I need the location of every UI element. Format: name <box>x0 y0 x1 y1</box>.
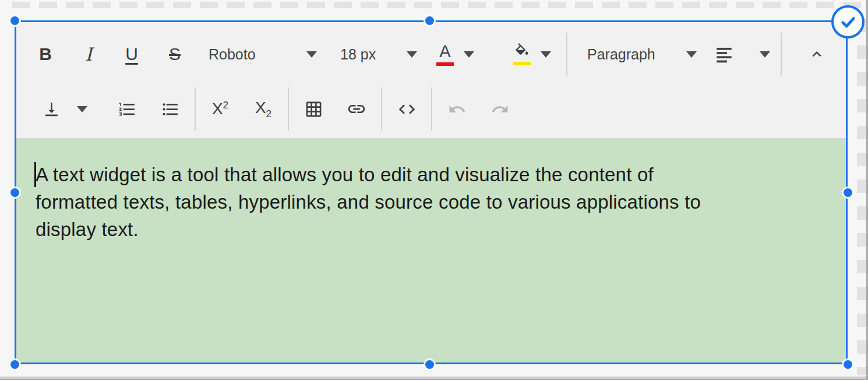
subscript-icon: X2 <box>255 100 271 119</box>
strikethrough-icon: S <box>169 45 181 63</box>
text-line: formatted texts, tables, hyperlinks, and… <box>36 188 834 216</box>
selection-handle-top-left[interactable] <box>10 16 19 25</box>
text-color-icon: A <box>439 43 450 60</box>
insert-group <box>299 90 371 128</box>
confirm-button[interactable] <box>831 5 865 38</box>
insert-link-button[interactable] <box>343 90 371 128</box>
bulleted-list-button[interactable] <box>156 90 184 128</box>
paragraph-style-dropdown[interactable]: Paragraph <box>587 36 697 73</box>
font-size-dropdown[interactable]: 18 px <box>340 36 417 73</box>
text-color-split-button: A <box>431 36 479 73</box>
vertical-align-caret-button[interactable] <box>72 90 92 128</box>
text-color-caret-button[interactable] <box>459 36 479 73</box>
arrow-down-to-line-icon <box>43 100 61 118</box>
table-icon <box>305 100 323 118</box>
chevron-down-icon <box>407 51 417 58</box>
highlight-color-caret-button[interactable] <box>536 36 556 73</box>
toolbar-row-2: X2 X2 <box>16 82 846 136</box>
redo-button[interactable] <box>486 90 514 128</box>
chevron-up-icon <box>808 45 825 63</box>
bold-icon: B <box>39 45 52 63</box>
bold-button[interactable]: B <box>31 36 59 73</box>
canvas-dashed-border-top <box>12 2 864 8</box>
paint-bucket-icon <box>514 43 530 59</box>
vertical-align-group <box>37 90 92 128</box>
font-size-value: 18 px <box>340 46 376 63</box>
code-button[interactable] <box>393 90 421 128</box>
numbered-list-icon <box>118 100 137 119</box>
italic-icon: I <box>85 45 92 64</box>
toolbar-divider <box>431 87 432 131</box>
strikethrough-button[interactable]: S <box>161 36 189 73</box>
chevron-down-icon <box>541 51 551 58</box>
chevron-down-icon <box>306 51 317 58</box>
selection-handle-middle-right[interactable] <box>844 188 852 197</box>
selection-handle-bottom-center[interactable] <box>425 360 434 369</box>
underline-button[interactable]: U <box>118 36 146 73</box>
editor-canvas: B I U S Roboto 18 <box>0 0 868 380</box>
basic-format-group: B I U S <box>31 36 189 73</box>
text-color-button[interactable]: A <box>431 36 459 73</box>
undo-button[interactable] <box>443 90 471 128</box>
numbered-list-button[interactable] <box>113 90 141 128</box>
italic-button[interactable]: I <box>75 36 103 73</box>
highlight-color-button[interactable] <box>508 36 536 73</box>
link-icon <box>347 99 366 119</box>
alignment-dropdown[interactable] <box>714 36 770 73</box>
canvas-dashed-border-right <box>857 19 867 375</box>
toolbar-row-1: B I U S Roboto 18 <box>16 27 846 82</box>
chevron-down-icon <box>464 51 474 58</box>
insert-table-button[interactable] <box>299 90 327 128</box>
highlight-color-split-button <box>508 36 556 73</box>
chevron-down-icon <box>77 106 87 112</box>
history-group <box>443 90 514 128</box>
superscript-button[interactable]: X2 <box>206 90 234 128</box>
selection-handle-top-center[interactable] <box>425 16 434 25</box>
text-color-swatch <box>436 62 454 66</box>
selection-handle-bottom-right[interactable] <box>844 360 852 369</box>
text-line: display text. <box>36 216 834 243</box>
checkmark-icon <box>838 12 858 32</box>
paragraph-style-value: Paragraph <box>587 46 655 63</box>
chevron-down-icon <box>760 51 770 58</box>
text-cursor <box>34 162 36 187</box>
text-line: A text widget is a tool that allows you … <box>36 161 834 188</box>
horizontal-scrollbar[interactable] <box>0 377 868 380</box>
toolbar-divider <box>781 33 782 76</box>
text-editor-toolbar: B I U S Roboto 18 <box>16 22 846 138</box>
font-family-dropdown[interactable]: Roboto <box>209 36 317 73</box>
toolbar-divider <box>195 87 196 131</box>
subscript-button[interactable]: X2 <box>249 90 277 128</box>
selection-handle-middle-left[interactable] <box>10 188 19 197</box>
toolbar-divider <box>288 87 289 131</box>
list-group <box>113 90 184 128</box>
align-left-icon <box>714 44 734 64</box>
font-family-value: Roboto <box>209 46 256 63</box>
bulleted-list-icon <box>161 100 180 119</box>
vertical-align-button[interactable] <box>37 90 65 128</box>
selection-handle-bottom-left[interactable] <box>10 360 19 369</box>
text-content-area[interactable]: A text widget is a tool that allows you … <box>16 138 846 363</box>
underline-icon: U <box>125 45 138 63</box>
highlight-color-swatch <box>513 62 531 65</box>
redo-icon <box>491 100 509 118</box>
undo-icon <box>448 100 466 118</box>
code-icon <box>397 100 417 119</box>
collapse-toolbar-button[interactable] <box>803 36 831 73</box>
toolbar-divider <box>566 33 567 76</box>
toolbar-divider <box>381 87 382 131</box>
script-group: X2 X2 <box>206 90 277 128</box>
chevron-down-icon <box>686 51 697 58</box>
text-widget[interactable]: B I U S Roboto 18 <box>15 20 848 364</box>
superscript-icon: X2 <box>212 100 228 117</box>
